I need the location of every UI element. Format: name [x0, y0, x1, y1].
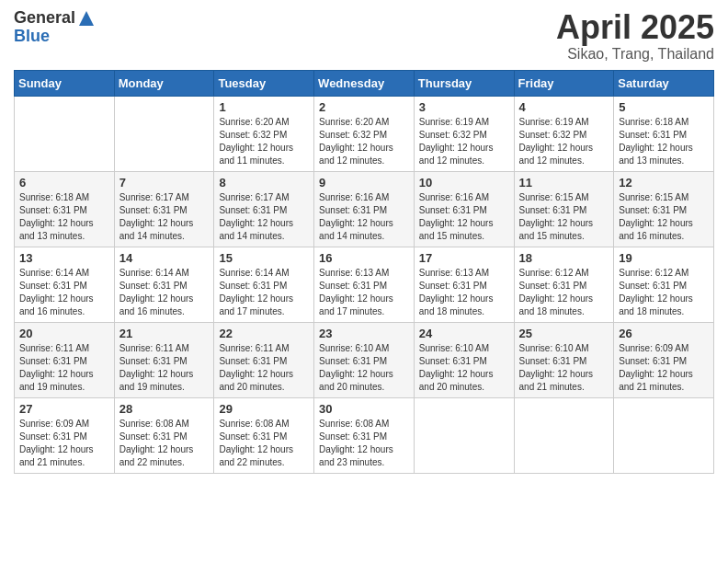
weekday-header-friday: Friday — [514, 70, 614, 96]
day-info: Sunrise: 6:18 AM Sunset: 6:31 PM Dayligh… — [19, 191, 109, 243]
logo-blue-text: Blue — [14, 28, 96, 46]
calendar-cell: 13Sunrise: 6:14 AM Sunset: 6:31 PM Dayli… — [15, 247, 115, 322]
day-info: Sunrise: 6:13 AM Sunset: 6:31 PM Dayligh… — [419, 267, 509, 318]
day-number: 2 — [319, 100, 409, 114]
day-info: Sunrise: 6:18 AM Sunset: 6:31 PM Dayligh… — [619, 116, 709, 167]
day-info: Sunrise: 6:08 AM Sunset: 6:31 PM Dayligh… — [219, 418, 309, 469]
day-number: 16 — [319, 251, 409, 265]
day-info: Sunrise: 6:11 AM Sunset: 6:31 PM Dayligh… — [119, 342, 210, 394]
day-number: 10 — [419, 176, 509, 190]
calendar-cell: 11Sunrise: 6:15 AM Sunset: 6:31 PM Dayli… — [514, 171, 614, 247]
calendar-cell: 16Sunrise: 6:13 AM Sunset: 6:31 PM Dayli… — [314, 247, 415, 322]
day-info: Sunrise: 6:10 AM Sunset: 6:31 PM Dayligh… — [519, 342, 609, 394]
calendar-cell: 17Sunrise: 6:13 AM Sunset: 6:31 PM Dayli… — [414, 247, 514, 322]
calendar-cell — [514, 397, 614, 473]
week-row-4: 20Sunrise: 6:11 AM Sunset: 6:31 PM Dayli… — [15, 322, 714, 397]
day-number: 24 — [419, 327, 509, 340]
page-header: General Blue April 2025 Sikao, Trang, Th… — [14, 9, 714, 63]
calendar-cell — [414, 397, 514, 473]
weekday-header-row: SundayMondayTuesdayWednesdayThursdayFrid… — [15, 70, 714, 96]
day-number: 30 — [319, 402, 409, 416]
calendar-cell: 30Sunrise: 6:08 AM Sunset: 6:31 PM Dayli… — [314, 397, 415, 473]
calendar-cell: 26Sunrise: 6:09 AM Sunset: 6:31 PM Dayli… — [614, 322, 714, 397]
day-info: Sunrise: 6:14 AM Sunset: 6:31 PM Dayligh… — [219, 267, 309, 318]
day-info: Sunrise: 6:20 AM Sunset: 6:32 PM Dayligh… — [219, 116, 309, 167]
calendar-cell: 10Sunrise: 6:16 AM Sunset: 6:31 PM Dayli… — [414, 171, 514, 247]
calendar-cell: 20Sunrise: 6:11 AM Sunset: 6:31 PM Dayli… — [15, 322, 115, 397]
week-row-3: 13Sunrise: 6:14 AM Sunset: 6:31 PM Dayli… — [15, 247, 714, 322]
svg-marker-0 — [79, 11, 94, 26]
day-number: 23 — [319, 327, 409, 340]
calendar-cell: 6Sunrise: 6:18 AM Sunset: 6:31 PM Daylig… — [15, 171, 115, 247]
calendar-cell: 18Sunrise: 6:12 AM Sunset: 6:31 PM Dayli… — [514, 247, 614, 322]
day-number: 8 — [219, 176, 309, 190]
calendar-table: SundayMondayTuesdayWednesdayThursdayFrid… — [14, 70, 714, 474]
day-info: Sunrise: 6:17 AM Sunset: 6:31 PM Dayligh… — [119, 191, 210, 243]
calendar-cell: 2Sunrise: 6:20 AM Sunset: 6:32 PM Daylig… — [314, 96, 415, 171]
calendar-cell: 9Sunrise: 6:16 AM Sunset: 6:31 PM Daylig… — [314, 171, 415, 247]
day-info: Sunrise: 6:11 AM Sunset: 6:31 PM Dayligh… — [219, 342, 309, 394]
calendar-cell: 12Sunrise: 6:15 AM Sunset: 6:31 PM Dayli… — [614, 171, 714, 247]
day-number: 21 — [119, 327, 210, 340]
calendar-cell: 1Sunrise: 6:20 AM Sunset: 6:32 PM Daylig… — [214, 96, 314, 171]
calendar-cell — [114, 96, 214, 171]
day-info: Sunrise: 6:20 AM Sunset: 6:32 PM Dayligh… — [319, 116, 409, 167]
calendar-cell — [15, 96, 115, 171]
calendar-cell: 22Sunrise: 6:11 AM Sunset: 6:31 PM Dayli… — [214, 322, 314, 397]
week-row-1: 1Sunrise: 6:20 AM Sunset: 6:32 PM Daylig… — [15, 96, 714, 171]
day-number: 22 — [219, 327, 309, 340]
day-info: Sunrise: 6:16 AM Sunset: 6:31 PM Dayligh… — [319, 191, 409, 243]
day-info: Sunrise: 6:16 AM Sunset: 6:31 PM Dayligh… — [419, 191, 509, 243]
day-number: 6 — [19, 176, 109, 190]
day-info: Sunrise: 6:15 AM Sunset: 6:31 PM Dayligh… — [619, 191, 709, 243]
day-info: Sunrise: 6:08 AM Sunset: 6:31 PM Dayligh… — [119, 418, 210, 469]
week-row-5: 27Sunrise: 6:09 AM Sunset: 6:31 PM Dayli… — [15, 397, 714, 473]
day-info: Sunrise: 6:08 AM Sunset: 6:31 PM Dayligh… — [319, 418, 409, 469]
day-number: 11 — [519, 176, 609, 190]
day-info: Sunrise: 6:14 AM Sunset: 6:31 PM Dayligh… — [119, 267, 210, 318]
logo: General Blue — [14, 9, 96, 46]
day-number: 13 — [19, 251, 109, 265]
week-row-2: 6Sunrise: 6:18 AM Sunset: 6:31 PM Daylig… — [15, 171, 714, 247]
day-number: 18 — [519, 251, 609, 265]
logo-icon — [77, 9, 96, 28]
day-info: Sunrise: 6:09 AM Sunset: 6:31 PM Dayligh… — [19, 418, 109, 469]
day-info: Sunrise: 6:19 AM Sunset: 6:32 PM Dayligh… — [519, 116, 609, 167]
day-number: 7 — [119, 176, 210, 190]
weekday-header-sunday: Sunday — [15, 70, 115, 96]
day-number: 12 — [619, 176, 709, 190]
day-number: 1 — [219, 100, 309, 114]
calendar-cell: 24Sunrise: 6:10 AM Sunset: 6:31 PM Dayli… — [414, 322, 514, 397]
day-info: Sunrise: 6:19 AM Sunset: 6:32 PM Dayligh… — [419, 116, 509, 167]
day-info: Sunrise: 6:12 AM Sunset: 6:31 PM Dayligh… — [519, 267, 609, 318]
calendar-cell: 27Sunrise: 6:09 AM Sunset: 6:31 PM Dayli… — [15, 397, 115, 473]
calendar-cell: 8Sunrise: 6:17 AM Sunset: 6:31 PM Daylig… — [214, 171, 314, 247]
day-info: Sunrise: 6:17 AM Sunset: 6:31 PM Dayligh… — [219, 191, 309, 243]
calendar-cell: 14Sunrise: 6:14 AM Sunset: 6:31 PM Dayli… — [114, 247, 214, 322]
day-info: Sunrise: 6:10 AM Sunset: 6:31 PM Dayligh… — [419, 342, 509, 394]
day-info: Sunrise: 6:09 AM Sunset: 6:31 PM Dayligh… — [619, 342, 709, 394]
title-block: April 2025 Sikao, Trang, Thailand — [556, 9, 714, 63]
logo-general-text: General — [14, 9, 75, 28]
weekday-header-thursday: Thursday — [414, 70, 514, 96]
calendar-cell: 15Sunrise: 6:14 AM Sunset: 6:31 PM Dayli… — [214, 247, 314, 322]
day-number: 27 — [19, 402, 109, 416]
day-number: 29 — [219, 402, 309, 416]
day-number: 19 — [619, 251, 709, 265]
calendar-cell: 23Sunrise: 6:10 AM Sunset: 6:31 PM Dayli… — [314, 322, 415, 397]
weekday-header-saturday: Saturday — [614, 70, 714, 96]
day-number: 14 — [119, 251, 210, 265]
day-number: 28 — [119, 402, 210, 416]
calendar-cell: 5Sunrise: 6:18 AM Sunset: 6:31 PM Daylig… — [614, 96, 714, 171]
calendar-cell: 21Sunrise: 6:11 AM Sunset: 6:31 PM Dayli… — [114, 322, 214, 397]
day-number: 25 — [519, 327, 609, 340]
day-info: Sunrise: 6:10 AM Sunset: 6:31 PM Dayligh… — [319, 342, 409, 394]
day-number: 9 — [319, 176, 409, 190]
calendar-cell: 7Sunrise: 6:17 AM Sunset: 6:31 PM Daylig… — [114, 171, 214, 247]
day-info: Sunrise: 6:13 AM Sunset: 6:31 PM Dayligh… — [319, 267, 409, 318]
day-info: Sunrise: 6:11 AM Sunset: 6:31 PM Dayligh… — [19, 342, 109, 394]
calendar-cell: 28Sunrise: 6:08 AM Sunset: 6:31 PM Dayli… — [114, 397, 214, 473]
day-info: Sunrise: 6:14 AM Sunset: 6:31 PM Dayligh… — [19, 267, 109, 318]
day-number: 4 — [519, 100, 609, 114]
calendar-location: Sikao, Trang, Thailand — [556, 46, 714, 63]
